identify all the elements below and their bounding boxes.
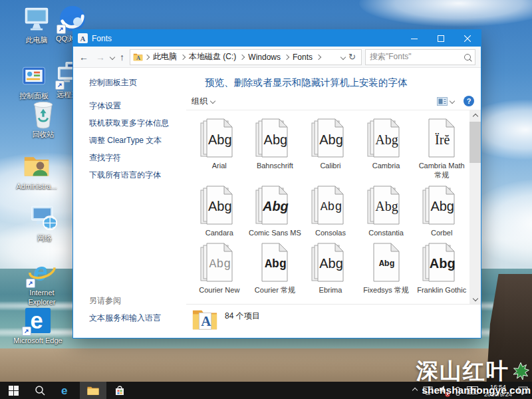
font-item[interactable]: AbgArial [192, 116, 247, 182]
help-button[interactable]: ? [464, 96, 474, 106]
fonts-window: A Fonts ← → ↑ A 此电脑本地磁盘 (C:)WindowsFonts… [73, 30, 481, 338]
breadcrumb-item[interactable]: 此电脑 [150, 51, 180, 63]
font-item[interactable]: AbgCalibri [303, 116, 358, 182]
font-item[interactable]: AbgEbrima [303, 240, 358, 296]
font-list: AbgArialAbgBahnschriftAbgCalibriAbgCambr… [186, 110, 481, 304]
input-indicator-icon[interactable] [454, 386, 461, 396]
see-also-list: 文本服务和输入语言 [89, 313, 182, 330]
font-preview-glyphs: Abg [261, 125, 289, 154]
font-item-label: Bahnschrift [257, 161, 293, 170]
address-bar[interactable]: A 此电脑本地磁盘 (C:)WindowsFonts ↻ [130, 49, 362, 65]
sidebar-task-link[interactable]: 下载所有语言的字体 [89, 170, 182, 181]
internet-explorer-icon: e [27, 258, 57, 287]
font-item[interactable]: AbgCandara [192, 183, 247, 239]
vertical-scrollbar[interactable] [469, 110, 481, 304]
desktop-icon-internet-explorer[interactable]: eInternet Explorer [16, 258, 68, 307]
start-button[interactable] [0, 382, 27, 399]
sidebar-task-link[interactable]: 字体设置 [89, 100, 182, 112]
font-item[interactable]: AbgCambria [358, 116, 414, 182]
network-icon [29, 203, 60, 233]
scroll-up-icon[interactable] [469, 110, 481, 122]
taskbar-clock[interactable]: 16:54 2020/9/24 [484, 383, 512, 398]
breadcrumb-separator-icon [315, 55, 322, 59]
font-item[interactable]: AbgFixedsys 常规 [358, 240, 414, 296]
font-file-icon: Abg [365, 241, 408, 284]
hidden-icons-chevron-icon[interactable] [412, 388, 417, 393]
font-item[interactable]: ÏrĕCambria Math 常规 [414, 116, 469, 182]
breadcrumb-item[interactable]: 本地磁盘 (C:) [186, 51, 239, 63]
address-dropdown-icon[interactable] [340, 54, 346, 59]
page-title: 预览、删除或者显示和隐藏计算机上安装的字体 [186, 68, 481, 90]
svg-text:e: e [34, 259, 48, 286]
up-button[interactable]: ↑ [118, 53, 126, 62]
edge-icon: e [61, 384, 72, 396]
see-also-link[interactable]: 文本服务和输入语言 [89, 313, 182, 324]
scrollbar-thumb[interactable] [469, 122, 481, 163]
font-item[interactable]: AbgBahnschrift [247, 116, 303, 182]
font-item[interactable]: AbgCorbel [414, 183, 469, 239]
taskbar-file-explorer-button[interactable] [80, 382, 106, 399]
file-explorer-icon [87, 386, 99, 396]
desktop-icon-microsoft-edge[interactable]: eMicrosoft Edge [12, 306, 64, 346]
font-item[interactable]: AbgComic Sans MS [247, 183, 303, 239]
font-item-label: Fixedsys 常规 [363, 285, 408, 295]
close-button[interactable] [454, 30, 481, 47]
font-item[interactable]: AbgConstantia [358, 183, 414, 239]
svg-text:A: A [201, 313, 211, 329]
windows-logo-icon [9, 386, 19, 396]
font-item-label: Cambria Math 常规 [414, 161, 469, 180]
sidebar-task-link[interactable]: 调整 ClearType 文本 [89, 135, 182, 146]
font-item-label: Candara [205, 228, 233, 237]
taskbar-edge-button[interactable]: e [53, 382, 80, 399]
font-preview-glyphs: Abg [373, 125, 401, 154]
font-item-label: Cambria [372, 161, 400, 170]
sidebar-item-control-panel-home[interactable]: 控制面板主页 [89, 77, 182, 88]
scroll-down-icon[interactable] [469, 293, 481, 304]
back-button[interactable]: ← [77, 53, 90, 62]
svg-text:A: A [136, 55, 140, 61]
taskbar-search-button[interactable] [27, 382, 53, 399]
font-item[interactable]: AbgCourier 常规 [247, 240, 303, 296]
font-item-label: Comic Sans MS [249, 228, 301, 237]
desktop-icon-admin-folder[interactable]: Administra... [11, 152, 63, 192]
font-item-label: Consolas [315, 228, 346, 237]
taskbar-store-button[interactable] [106, 382, 133, 399]
touch-keyboard-icon[interactable] [467, 386, 478, 394]
font-item-label: Franklin Gothic [417, 285, 466, 295]
action-center-icon[interactable] [518, 386, 528, 395]
address-folder-icon: A [133, 53, 143, 61]
maximize-button[interactable] [428, 30, 454, 47]
search-icon [464, 54, 471, 61]
breadcrumb-item[interactable]: Windows [245, 53, 283, 62]
system-tray: 16:54 2020/9/24 [413, 382, 532, 399]
breadcrumb-item[interactable]: Fonts [290, 53, 315, 62]
shortcut-arrow-icon [22, 327, 31, 336]
search-input[interactable]: 搜索"Fonts" [365, 49, 475, 65]
forward-button[interactable]: → [94, 53, 107, 62]
breadcrumb-separator-icon [239, 55, 245, 59]
desktop-icon-label: 网络 [37, 234, 52, 243]
network-icon[interactable] [423, 386, 433, 395]
sidebar-task-list: 字体设置联机获取更多字体信息调整 ClearType 文本查找字符下载所有语言的… [89, 100, 182, 187]
refresh-icon[interactable]: ↻ [346, 52, 358, 62]
search-placeholder: 搜索"Fonts" [370, 51, 462, 63]
font-item[interactable]: AbgCourier New [192, 240, 247, 296]
font-item-label: Courier New [199, 285, 239, 295]
change-view-button[interactable] [437, 97, 454, 106]
desktop-icon-network[interactable]: 网络 [19, 203, 70, 243]
font-item[interactable]: AbgFranklin Gothic [414, 240, 469, 296]
font-family-stack-icon: Abg [309, 241, 352, 284]
recent-locations-dropdown-icon[interactable] [110, 54, 115, 59]
font-family-stack-icon: Abg [253, 117, 296, 160]
sidebar-task-link[interactable]: 查找字符 [89, 152, 182, 164]
desktop-icon-recycle-bin[interactable]: 回收站 [17, 100, 69, 140]
main-pane: 预览、删除或者显示和隐藏计算机上安装的字体 组织 ? AbgArialAbgBa… [186, 68, 481, 338]
minimize-button[interactable] [401, 30, 428, 47]
organize-button[interactable]: 组织 [192, 96, 215, 107]
window-titlebar[interactable]: A Fonts [73, 30, 481, 47]
volume-muted-icon[interactable] [439, 384, 448, 396]
font-item[interactable]: AbgConsolas [303, 183, 358, 239]
font-family-stack-icon: Abg [365, 184, 408, 227]
desktop-icon-label: 此电脑 [26, 36, 48, 45]
sidebar-task-link[interactable]: 联机获取更多字体信息 [89, 118, 182, 129]
